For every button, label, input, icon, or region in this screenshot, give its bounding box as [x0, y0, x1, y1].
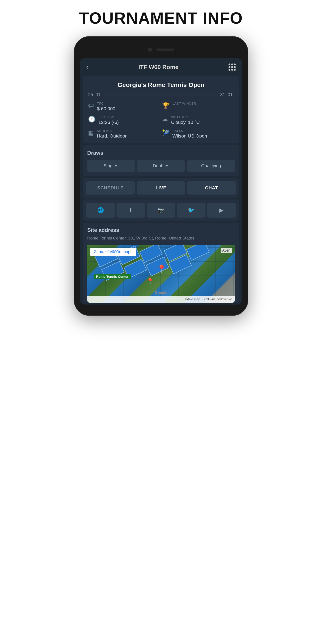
grid-dot [234, 69, 236, 71]
map-rome-tc-label: Rome Tennis Center [94, 274, 131, 279]
top-nav: ‹ ITF W60 Rome [80, 58, 242, 74]
schedule-tab[interactable]: SCHEDULE [86, 181, 134, 194]
site-time-item: 🕐 SITE TIME 12:26 (-6) [88, 116, 160, 125]
tfc-value: $ 60 000 [97, 106, 116, 111]
twitter-icon: 🐦 [188, 207, 194, 213]
google-logo: Google [155, 291, 167, 295]
instagram-button[interactable]: 📷 [147, 202, 175, 218]
map-aven-label: Aven [221, 248, 232, 253]
grid-dot [228, 66, 230, 68]
weather-value: Cloudy, 10 °C [171, 120, 200, 125]
doubles-button[interactable]: Doubles [137, 160, 185, 172]
grid-dot [228, 64, 230, 65]
grid-dot [231, 66, 233, 68]
social-row: 🌐 f 📷 🐦 ▶ [86, 202, 236, 218]
page-title: TOURNAMENT INFO [79, 9, 243, 27]
draws-buttons: Singles Doubles Qualifying [87, 160, 235, 172]
chat-tab[interactable]: CHAT [188, 181, 236, 194]
facebook-button[interactable]: f [116, 202, 145, 218]
tfc-label: TFC [97, 102, 116, 105]
draws-section: Draws Singles Doubles Qualifying [83, 145, 239, 176]
address-section: Site address Rome Tennis Center, 301 W 3… [83, 222, 239, 303]
youtube-button[interactable]: ▶ [207, 202, 236, 218]
balls-value: Wilson US Open [172, 133, 207, 139]
instagram-icon: 📷 [158, 207, 164, 213]
balls-icon: 🎾 [162, 130, 169, 136]
grid-dot [231, 69, 233, 71]
surface-label: SURFACE [97, 129, 126, 132]
clock-icon: 🕐 [88, 116, 95, 123]
info-grid: 🏷 TFC $ 60 000 🏆 LAST WINNER – � [88, 102, 234, 139]
date-end: 31. 01. [220, 92, 234, 97]
phone-screen: ‹ ITF W60 Rome Georgia's Rome Tennis Ope… [80, 58, 242, 304]
phone-speaker [156, 48, 174, 51]
map-pin-green: 📍 [146, 278, 154, 285]
tabs-section: SCHEDULE LIVE CHAT [83, 178, 239, 198]
grid-dot [234, 66, 236, 68]
grid-dot [231, 64, 233, 65]
last-winner-value: – [172, 106, 196, 111]
balls-content: BALLS Wilson US Open [172, 129, 207, 139]
date-divider [105, 94, 217, 95]
address-title: Site address [87, 227, 235, 233]
map-bottom-bar: Údaje máp Zmluvné podmienky [87, 296, 235, 303]
last-winner-label: LAST WINNER [172, 102, 196, 105]
address-text: Rome Tennis Center, 301 W 3rd St, Rome, … [87, 235, 235, 242]
weather-content: WEATHER Cloudy, 10 °C [171, 116, 200, 125]
social-section: 🌐 f 📷 🐦 ▶ [83, 200, 239, 221]
draws-title: Draws [87, 150, 235, 156]
qualifying-button[interactable]: Qualifying [188, 160, 235, 172]
grid-dot [234, 64, 236, 65]
balls-label: BALLS [172, 129, 207, 132]
website-button[interactable]: 🌐 [86, 202, 115, 218]
map-data-label: Údaje máp [185, 298, 200, 301]
nav-title: ITF W60 Rome [138, 64, 178, 71]
tournament-info-card: Georgia's Rome Tennis Open 25. 01. 31. 0… [83, 76, 239, 143]
site-time-content: SITE TIME 12:26 (-6) [98, 116, 119, 125]
facebook-icon: f [130, 206, 132, 214]
weather-label: WEATHER [171, 116, 200, 119]
surface-content: SURFACE Hard, Outdoor [97, 129, 126, 139]
singles-button[interactable]: Singles [87, 160, 134, 172]
tournament-name: Georgia's Rome Tennis Open [88, 82, 234, 88]
front-camera [148, 48, 152, 52]
grid-dot [228, 69, 230, 71]
trophy-icon: 🏆 [162, 102, 169, 109]
surface-icon: ▦ [88, 130, 94, 136]
site-time-label: SITE TIME [98, 116, 119, 119]
weather-item: ☁ WEATHER Cloudy, 10 °C [162, 116, 234, 125]
last-winner-item: 🏆 LAST WINNER – [162, 102, 234, 111]
site-time-value: 12:26 (-6) [98, 120, 119, 125]
weather-icon: ☁ [162, 116, 168, 123]
date-start: 25. 01. [88, 92, 102, 97]
tfc-content: TFC $ 60 000 [97, 102, 116, 111]
map-show-more-button[interactable]: Zobraziť väčšiu mapu [90, 248, 136, 256]
phone-device: ‹ ITF W60 Rome Georgia's Rome Tennis Ope… [74, 36, 248, 316]
map-terms-label: Zmluvné podmienky [204, 298, 232, 301]
youtube-icon: ▶ [219, 207, 224, 213]
tabs-row: SCHEDULE LIVE CHAT [86, 181, 236, 194]
balls-item: 🎾 BALLS Wilson US Open [162, 129, 234, 139]
map-pin-red: 📍 [156, 264, 166, 274]
surface-value: Hard, Outdoor [97, 133, 126, 139]
tfc-icon: 🏷 [88, 102, 94, 109]
date-row: 25. 01. 31. 01. [88, 92, 234, 97]
grid-menu-icon[interactable] [228, 64, 236, 71]
surface-item: ▦ SURFACE Hard, Outdoor [88, 129, 160, 139]
twitter-button[interactable]: 🐦 [177, 202, 206, 218]
globe-icon: 🌐 [97, 207, 104, 213]
back-button[interactable]: ‹ [86, 64, 88, 71]
phone-notch [80, 43, 242, 56]
live-tab[interactable]: LIVE [137, 181, 185, 194]
map-container[interactable]: Zobraziť väčšiu mapu Aven 📍 📍 Rome Tenni… [87, 245, 235, 303]
last-winner-content: LAST WINNER – [172, 102, 196, 111]
tfc-item: 🏷 TFC $ 60 000 [88, 102, 160, 111]
